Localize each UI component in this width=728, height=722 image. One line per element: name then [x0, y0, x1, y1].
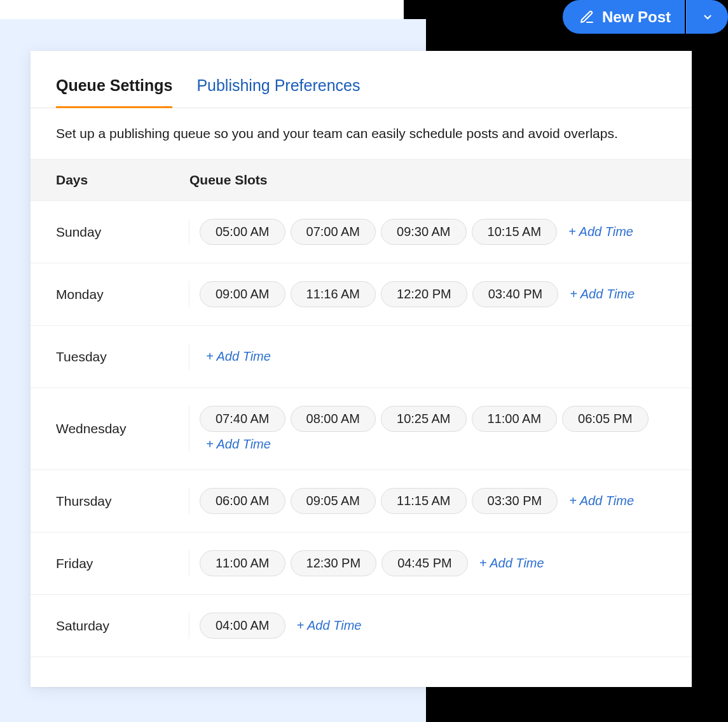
- tabs: Queue Settings Publishing Preferences: [31, 51, 692, 108]
- time-slot[interactable]: 08:00 AM: [291, 406, 376, 432]
- day-label: Sunday: [56, 219, 189, 245]
- slots-container: 04:00 AM+ Add Time: [189, 613, 666, 639]
- day-label: Monday: [56, 281, 189, 307]
- day-label: Saturday: [56, 613, 189, 639]
- new-post-label: New Post: [602, 8, 671, 26]
- header-slots: Queue Slots: [189, 172, 666, 188]
- time-slot[interactable]: 04:00 AM: [200, 613, 285, 639]
- add-time-button[interactable]: + Add Time: [569, 494, 634, 508]
- day-label: Thursday: [56, 488, 189, 514]
- add-time-button[interactable]: + Add Time: [570, 287, 635, 302]
- time-slot[interactable]: 07:40 AM: [200, 406, 285, 432]
- time-slot[interactable]: 11:00 AM: [472, 406, 558, 432]
- day-label: Wednesday: [56, 406, 189, 452]
- chevron-down-icon: [702, 11, 713, 23]
- slots-container: 06:00 AM09:05 AM11:15 AM03:30 PM+ Add Ti…: [189, 488, 666, 514]
- rows-container: Sunday05:00 AM07:00 AM09:30 AM10:15 AM+ …: [31, 201, 692, 657]
- time-slot[interactable]: 06:05 PM: [562, 406, 649, 432]
- time-slot[interactable]: 12:30 PM: [291, 550, 377, 576]
- time-slot[interactable]: 10:15 AM: [472, 219, 558, 245]
- table-row: Sunday05:00 AM07:00 AM09:30 AM10:15 AM+ …: [31, 201, 692, 263]
- day-label: Tuesday: [56, 344, 189, 370]
- time-slot[interactable]: 11:16 AM: [291, 281, 376, 307]
- table-row: Friday11:00 AM12:30 PM04:45 PM+ Add Time: [31, 532, 692, 595]
- time-slot[interactable]: 05:00 AM: [200, 219, 285, 245]
- new-post-button[interactable]: New Post: [563, 0, 685, 34]
- tab-label: Queue Settings: [56, 76, 172, 94]
- time-slot[interactable]: 03:30 PM: [472, 488, 558, 514]
- add-time-button[interactable]: + Add Time: [206, 349, 271, 364]
- slots-container: 07:40 AM08:00 AM10:25 AM11:00 AM06:05 PM…: [189, 406, 666, 452]
- table-row: Monday09:00 AM11:16 AM12:20 PM03:40 PM+ …: [31, 263, 692, 326]
- slots-container: + Add Time: [189, 349, 666, 364]
- time-slot[interactable]: 09:05 AM: [291, 488, 376, 514]
- time-slot[interactable]: 09:00 AM: [200, 281, 285, 307]
- add-time-button[interactable]: + Add Time: [297, 618, 362, 633]
- time-slot[interactable]: 12:20 PM: [381, 281, 467, 307]
- table-row: Wednesday07:40 AM08:00 AM10:25 AM11:00 A…: [31, 388, 692, 470]
- time-slot[interactable]: 09:30 AM: [381, 219, 467, 245]
- new-post-dropdown-button[interactable]: [686, 0, 728, 34]
- slots-container: 05:00 AM07:00 AM09:30 AM10:15 AM+ Add Ti…: [189, 219, 666, 245]
- tab-queue-settings[interactable]: Queue Settings: [56, 76, 172, 108]
- slots-container: 09:00 AM11:16 AM12:20 PM03:40 PM+ Add Ti…: [189, 281, 666, 307]
- description: Set up a publishing queue so you and you…: [31, 108, 692, 159]
- time-slot[interactable]: 07:00 AM: [291, 219, 376, 245]
- add-time-button[interactable]: + Add Time: [479, 556, 544, 571]
- time-slot[interactable]: 10:25 AM: [381, 406, 467, 432]
- tab-publishing-preferences[interactable]: Publishing Preferences: [196, 76, 360, 108]
- table-row: Tuesday+ Add Time: [31, 326, 692, 388]
- edit-icon: [579, 10, 594, 25]
- table-row: Saturday04:00 AM+ Add Time: [31, 595, 692, 657]
- tab-label: Publishing Preferences: [196, 76, 360, 94]
- add-time-button[interactable]: + Add Time: [206, 437, 271, 452]
- header-days: Days: [56, 172, 189, 188]
- add-time-button[interactable]: + Add Time: [568, 225, 633, 239]
- time-slot[interactable]: 06:00 AM: [200, 488, 285, 514]
- settings-card: Queue Settings Publishing Preferences Se…: [31, 51, 692, 687]
- table-row: Thursday06:00 AM09:05 AM11:15 AM03:30 PM…: [31, 470, 692, 532]
- time-slot[interactable]: 03:40 PM: [472, 281, 559, 307]
- time-slot[interactable]: 04:45 PM: [381, 550, 468, 576]
- table-header: Days Queue Slots: [31, 159, 692, 201]
- slots-container: 11:00 AM12:30 PM04:45 PM+ Add Time: [189, 550, 666, 576]
- time-slot[interactable]: 11:00 AM: [200, 550, 285, 576]
- time-slot[interactable]: 11:15 AM: [381, 488, 467, 514]
- day-label: Friday: [56, 550, 189, 576]
